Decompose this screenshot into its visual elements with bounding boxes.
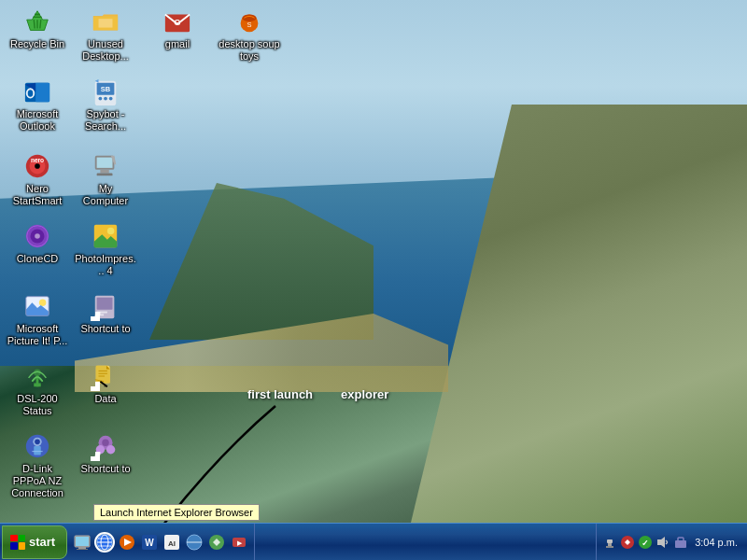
ie-tooltip: Launch Internet Explorer Browser — [93, 504, 260, 521]
dsl-label: DSL-200 Status — [7, 393, 68, 417]
desktop-soup-label: desktop soup toys — [218, 38, 280, 63]
tray-network[interactable] — [602, 535, 617, 550]
nero-icon-img: nero — [22, 151, 52, 181]
clonecd-icon-img — [22, 221, 52, 251]
clonecd-label: CloneCD — [17, 253, 59, 265]
svg-text:SB: SB — [101, 85, 111, 93]
svg-rect-47 — [34, 446, 41, 455]
svg-rect-26 — [100, 170, 108, 174]
icon-data[interactable]: Data — [73, 359, 138, 407]
svg-rect-75 — [608, 543, 612, 546]
svg-line-3 — [40, 20, 41, 28]
microsoft-picture-icon — [22, 291, 52, 321]
svg-marker-80 — [657, 537, 665, 548]
icon-spybot[interactable]: SB Spybot - Search... — [73, 75, 138, 134]
recycle-bin-icon — [22, 7, 52, 36]
svg-rect-76 — [606, 546, 613, 548]
svg-line-1 — [34, 20, 35, 28]
annotation-first-launch: first launch — [247, 387, 313, 401]
icon-clonecd[interactable]: CloneCD — [5, 219, 70, 267]
svg-text:nero: nero — [31, 157, 44, 163]
svg-point-35 — [39, 300, 47, 307]
svg-point-51 — [102, 440, 109, 447]
dlink-label: D-Link PPPoA NZ Connection — [7, 463, 68, 500]
icon-shortcut-2[interactable]: Shortcut to — [73, 429, 138, 477]
system-tray: ✓ 3:04 p.m. — [596, 524, 747, 560]
icon-unused-desktop[interactable]: Unused Desktop... — [73, 5, 138, 64]
icon-gmail[interactable]: G gmail — [145, 5, 210, 52]
icon-photoimpression[interactable]: PhotoImpres... 4 — [73, 219, 138, 279]
recycle-bin-label: Recycle Bin — [10, 38, 64, 50]
windows-logo — [10, 535, 25, 550]
svg-text:G: G — [174, 18, 180, 27]
show-desktop-button[interactable] — [72, 532, 92, 553]
tray-antivirus-green[interactable]: ✓ — [638, 535, 653, 550]
icon-dsl-status[interactable]: DSL-200 Status — [5, 359, 70, 419]
dlink-icon-img — [22, 431, 52, 461]
spybot-label: Spybot - Search... — [75, 108, 136, 133]
svg-point-13 — [28, 90, 34, 97]
icon-outlook[interactable]: Microsoft Outlook — [5, 75, 70, 134]
spybot-icon-img: SB — [91, 77, 120, 106]
svg-rect-54 — [78, 547, 86, 549]
media-player-button[interactable] — [117, 532, 137, 553]
start-button[interactable]: start — [2, 525, 67, 559]
taskbar-middle — [255, 524, 596, 560]
svg-rect-82 — [678, 538, 684, 542]
svg-rect-27 — [97, 174, 113, 176]
start-label: start — [29, 535, 55, 549]
tray-volume[interactable] — [655, 535, 670, 550]
icon-my-computer[interactable]: My Computer — [73, 149, 138, 209]
svg-point-22 — [35, 163, 40, 169]
shortcut-2-label: Shortcut to — [80, 463, 130, 475]
taskbar-icon-ai[interactable]: AI — [162, 532, 182, 553]
shortcut-1-icon — [91, 291, 120, 321]
svg-rect-38 — [97, 298, 113, 310]
svg-point-46 — [35, 440, 40, 445]
svg-text:W: W — [145, 538, 154, 548]
svg-rect-11 — [35, 83, 49, 103]
unused-desktop-label: Unused Desktop... — [75, 38, 136, 63]
nero-label: Nero StartSmart — [7, 183, 68, 207]
svg-point-18 — [109, 97, 113, 101]
svg-rect-4 — [99, 19, 113, 27]
icon-desktop-soup[interactable]: S desktop soup toys — [217, 5, 282, 64]
ie-browser-button[interactable] — [94, 532, 115, 553]
svg-point-33 — [107, 228, 115, 235]
icon-microsoft-picture[interactable]: Microsoft Picture It! P... — [5, 289, 70, 349]
data-label: Data — [94, 393, 116, 405]
svg-text:S: S — [247, 21, 251, 29]
icon-dlink[interactable]: D-Link PPPoA NZ Connection — [5, 429, 70, 502]
svg-rect-53 — [76, 537, 89, 546]
shortcut-2-icon — [91, 431, 120, 461]
data-icon-img — [91, 361, 120, 391]
system-clock: 3:04 p.m. — [691, 537, 741, 548]
icon-recycle-bin[interactable]: Recycle Bin — [5, 5, 70, 52]
svg-point-16 — [99, 97, 103, 101]
taskbar-icon-misc[interactable] — [206, 532, 227, 553]
photoimpression-icon — [91, 221, 120, 251]
taskbar: start — [0, 523, 747, 560]
tray-antivirus-red[interactable] — [620, 535, 635, 550]
desktop-soup-icon: S — [234, 7, 264, 36]
taskbar-icon-w[interactable]: W — [139, 532, 160, 553]
unused-desktop-icon — [91, 7, 120, 36]
annotation-explorer: explorer — [341, 387, 388, 401]
shortcut-1-label: Shortcut to — [80, 323, 130, 335]
icon-shortcut-1[interactable]: Shortcut to — [73, 289, 138, 337]
outlook-label: Microsoft Outlook — [7, 108, 68, 133]
gmail-icon-img: G — [162, 7, 192, 36]
svg-rect-55 — [77, 549, 88, 550]
photoimpression-label: PhotoImpres... 4 — [74, 253, 137, 277]
tray-misc1[interactable] — [673, 535, 688, 550]
my-computer-icon — [91, 151, 120, 181]
taskbar-icon-misc2[interactable]: ▶ — [229, 532, 249, 553]
my-computer-label: My Computer — [75, 183, 136, 207]
microsoft-picture-label: Microsoft Picture It! P... — [7, 323, 68, 347]
svg-point-17 — [104, 97, 107, 101]
taskbar-icon-globe[interactable] — [184, 532, 204, 553]
icon-nero[interactable]: nero Nero StartSmart — [5, 149, 70, 209]
svg-rect-81 — [675, 540, 686, 548]
outlook-icon-img — [22, 77, 52, 106]
quick-launch-bar: W AI ▶ — [67, 524, 255, 560]
